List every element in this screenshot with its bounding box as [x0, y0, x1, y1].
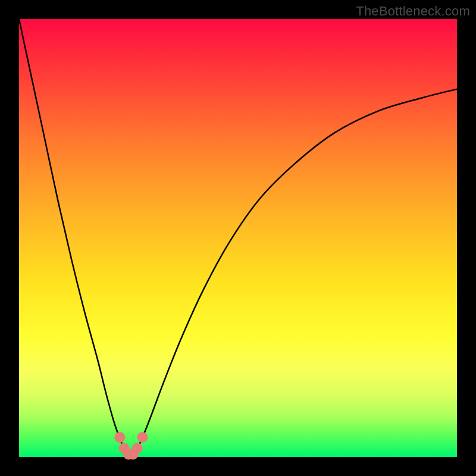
bottleneck-curve: [19, 19, 457, 457]
curve-marker: [137, 432, 148, 443]
watermark-text: TheBottleneck.com: [356, 4, 470, 19]
curve-path: [19, 19, 457, 457]
curve-marker: [132, 443, 143, 453]
curve-markers: [114, 432, 148, 460]
curve-marker: [114, 432, 125, 443]
chart-svg: [19, 19, 457, 457]
